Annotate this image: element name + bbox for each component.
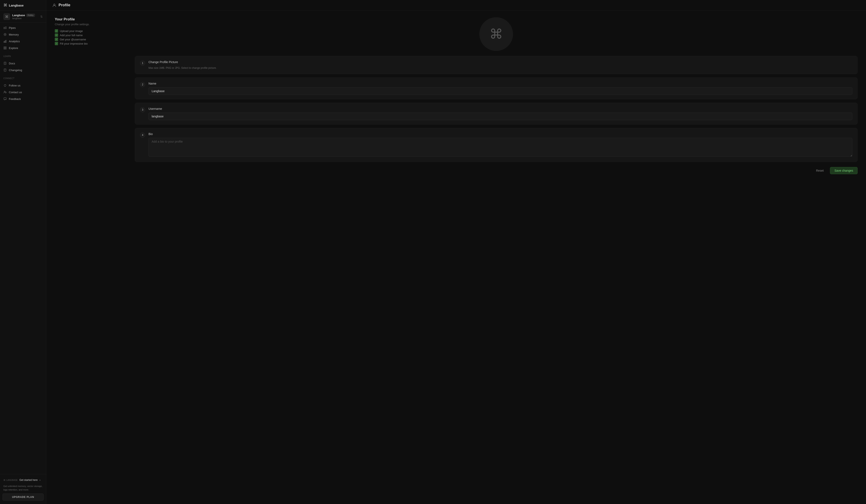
check-icon: ✓ (55, 33, 58, 37)
page-title: Profile (58, 3, 70, 7)
svg-point-3 (4, 33, 6, 36)
name-input[interactable] (148, 87, 852, 95)
sidebar-item-analytics[interactable]: Analytics (0, 38, 46, 45)
svg-rect-10 (4, 48, 5, 49)
bio-field: Bio (148, 132, 852, 158)
svg-point-22 (54, 4, 55, 5)
logo-icon: ⌘ (3, 3, 7, 8)
sidebar-item-memory[interactable]: Memory (0, 31, 46, 38)
memory-icon (3, 33, 7, 36)
main-content: Profile Your Profile Change your profile… (46, 0, 866, 504)
check-icon: ✓ (55, 29, 58, 33)
contact-label: Contact us (9, 91, 22, 94)
name-label: Name (148, 82, 852, 85)
svg-rect-8 (4, 47, 5, 48)
step-2-num: 2 (140, 82, 145, 87)
checklist-item: ✓ Add your full name (55, 33, 126, 37)
analytics-icon (3, 39, 7, 43)
learn-section-label: Learn (0, 53, 46, 58)
main-nav: Pipes Memory Analytics (0, 23, 46, 53)
upgrade-plan-button[interactable]: UPGRADE PLAN (2, 493, 44, 501)
connect-section-label: Connect (0, 75, 46, 80)
sidebar-bottom: ⌘ LANGBASE Get started here » Get unlimi… (0, 474, 46, 504)
check-icon: ✓ (55, 42, 58, 45)
actions-bar: Reset Save changes (135, 167, 857, 177)
checklist-item: ✓ Upload your image (55, 29, 126, 33)
get-started-bar[interactable]: ⌘ LANGBASE Get started here » (0, 477, 46, 483)
username-field: Username (148, 107, 852, 120)
workspace-switcher[interactable]: ⌘ Langbase Hobby langbase ⇅ (0, 11, 46, 23)
follow-label: Follow us (9, 84, 20, 87)
contact-icon (3, 90, 7, 94)
username-card: 3 Username (135, 103, 857, 125)
docs-icon (3, 62, 7, 65)
avatar-cmd-icon: ⌘ (489, 26, 503, 42)
check-icon: ✓ (55, 38, 58, 41)
profile-picture-subtext: Max size 1MB. PNG or JPG. Select to chan… (148, 67, 216, 69)
chevron-icon: ⇅ (40, 15, 43, 18)
workspace-handle: langbase (12, 17, 38, 20)
save-changes-button[interactable]: Save changes (830, 167, 857, 174)
step-3-num: 3 (140, 107, 145, 112)
svg-rect-21 (4, 98, 6, 100)
get-started-link: Get started here (19, 479, 38, 481)
svg-point-19 (5, 92, 6, 93)
bio-textarea[interactable] (148, 138, 852, 157)
sidebar-item-contact-us[interactable]: Contact us (0, 89, 46, 95)
workspace-name: Langbase Hobby (12, 14, 38, 17)
sidebar: ⌘ Langbase ⌘ Langbase Hobby langbase ⇅ P… (0, 0, 46, 504)
workspace-info: Langbase Hobby langbase (12, 14, 38, 20)
profile-checklist: ✓ Upload your image ✓ Add your full name… (55, 29, 126, 45)
username-input[interactable] (148, 113, 852, 120)
topbar: Profile (46, 0, 866, 11)
sidebar-item-changelog[interactable]: Changelog (0, 67, 46, 73)
changelog-icon (3, 68, 7, 72)
profile-picture-label: Change Profile Picture (148, 60, 852, 64)
bio-label: Bio (148, 132, 852, 136)
profile-picture-card[interactable]: 1 Change Profile Picture Max size 1MB. P… (135, 56, 857, 74)
analytics-label: Analytics (9, 40, 20, 43)
profile-icon (52, 3, 56, 7)
bio-card: 4 Bio (135, 128, 857, 162)
svg-rect-11 (5, 48, 6, 49)
feedback-label: Feedback (9, 98, 21, 101)
reset-button[interactable]: Reset (813, 167, 827, 174)
sidebar-item-pipes[interactable]: Pipes (0, 24, 46, 31)
profile-section-desc: Change your profile settings. (55, 23, 126, 26)
step-1-num: 1 (140, 60, 145, 66)
app-logo: ⌘ Langbase (0, 0, 46, 11)
svg-point-18 (4, 91, 5, 92)
explore-icon (3, 46, 7, 50)
sidebar-item-follow-us[interactable]: Follow us (0, 82, 46, 89)
svg-rect-0 (4, 27, 4, 29)
name-field: Name (148, 82, 852, 95)
workspace-icon: ⌘ (3, 13, 10, 20)
memory-label: Memory (9, 33, 19, 36)
svg-rect-12 (4, 62, 6, 65)
svg-rect-5 (4, 42, 4, 43)
svg-rect-15 (4, 69, 6, 71)
pipes-label: Pipes (9, 26, 16, 30)
explore-label: Explore (9, 46, 18, 50)
checklist-item: ✓ Get your @username (55, 38, 126, 41)
profile-content: Your Profile Change your profile setting… (46, 11, 866, 504)
upgrade-desc: Get unlimited memory, vector storage, lo… (0, 483, 46, 493)
sidebar-item-explore[interactable]: Explore (0, 45, 46, 51)
docs-label: Docs (9, 62, 15, 65)
avatar: ⌘ (479, 17, 513, 51)
username-label: Username (148, 107, 852, 111)
feedback-icon (3, 97, 7, 101)
get-started-logo: ⌘ LANGBASE (3, 479, 18, 481)
svg-point-4 (4, 34, 5, 35)
step-4-num: 4 (140, 133, 145, 138)
avatar-area: ⌘ (135, 17, 857, 51)
svg-rect-9 (5, 47, 6, 48)
profile-section-title: Your Profile (55, 17, 126, 21)
follow-icon (3, 84, 7, 87)
profile-picture-field: Change Profile Picture Max size 1MB. PNG… (148, 60, 852, 70)
sidebar-item-feedback[interactable]: Feedback (0, 95, 46, 102)
hobby-badge: Hobby (26, 14, 35, 17)
sidebar-item-docs[interactable]: Docs (0, 60, 46, 67)
connect-nav: Follow us Contact us Feedback (0, 80, 46, 104)
get-started-chevrons: » (40, 479, 41, 481)
